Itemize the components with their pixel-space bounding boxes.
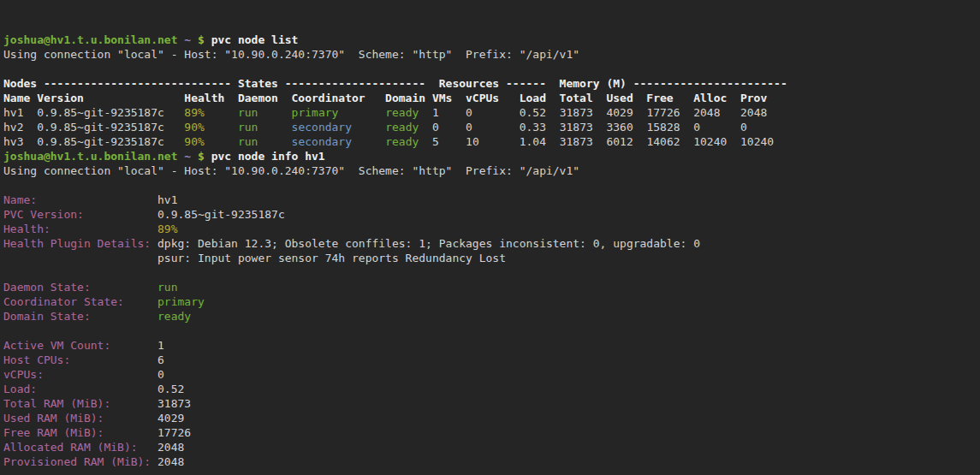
info-label: Name:: [3, 193, 37, 206]
info-value: 31873: [110, 397, 191, 410]
prompt-user-host: joshua@hv1.t.u.bonilan.net: [3, 150, 178, 163]
connection-info: Using connection "local" - Host: "10.90.…: [3, 164, 579, 177]
node-name-version: hv1 0.9.85~git-9235187c: [3, 106, 184, 119]
gap: [205, 135, 238, 148]
connection-info-line: Using connection "local" - Host: "10.90.…: [3, 163, 980, 178]
node-table-group-header: Nodes ---------------------------- State…: [3, 76, 980, 91]
node-row-hv1: hv1 0.9.85~git-9235187c 89% run primary …: [3, 105, 980, 120]
info-value: 2048: [151, 455, 184, 468]
info-label: Total RAM (MiB):: [3, 397, 110, 410]
domain-state: ready: [157, 310, 191, 323]
gap: [352, 135, 385, 148]
command-text: pvc node info hv1: [211, 150, 325, 163]
health-value: 89%: [157, 223, 177, 235]
gap: [258, 121, 291, 134]
gap: [338, 106, 385, 119]
node-name-version: hv2 0.9.85~git-9235187c: [3, 121, 184, 134]
info-line-free-ram: Free RAM (MiB): 17726: [3, 425, 980, 440]
info-line-coordinator-state: Coordinator State: primary: [3, 294, 980, 309]
connection-info: Using connection "local" - Host: "10.90.…: [3, 48, 579, 61]
info-value: 0: [44, 368, 164, 381]
node-name-version: hv3 0.9.85~git-9235187c: [3, 135, 184, 148]
prompt-cwd: ~: [178, 150, 198, 163]
coordinator-state: primary: [157, 295, 205, 308]
blank-line: [3, 265, 980, 280]
node-row-hv2: hv2 0.9.85~git-9235187c 90% run secondar…: [3, 120, 980, 134]
blank-line: [3, 178, 980, 193]
node-table-column-header: Name Version Health Daemon Coordinator D…: [3, 91, 980, 105]
gap: [124, 295, 157, 308]
gap: [205, 121, 238, 134]
info-line-active-vm-count: Active VM Count: 1: [3, 338, 980, 353]
info-value: hv1: [37, 193, 177, 206]
table-column-header-text: Name Version Health Daemon Coordinator D…: [3, 92, 767, 104]
info-label: Health Plugin Details:: [3, 237, 151, 250]
info-label: vCPUs:: [3, 368, 44, 381]
info-value: 6: [70, 353, 164, 366]
health-value: 90%: [184, 135, 204, 148]
coordinator-state: secondary: [292, 135, 352, 148]
gap: [258, 106, 291, 119]
health-value: 90%: [184, 121, 204, 134]
prompt-symbol: $: [198, 33, 211, 46]
info-value: 0.52: [37, 383, 184, 395]
gap: [91, 281, 157, 294]
info-line-daemon-state: Daemon State: run: [3, 280, 980, 294]
info-line-name: Name: hv1: [3, 193, 980, 207]
info-line-total-ram: Total RAM (MiB): 31873: [3, 396, 980, 411]
info-line-provisioned-ram: Provisioned RAM (MiB): 2048: [3, 454, 980, 469]
prompt-cwd: ~: [178, 33, 198, 46]
daemon-state: run: [238, 106, 258, 119]
info-line-vcpus: vCPUs: 0: [3, 367, 980, 382]
blank-line: [3, 62, 980, 76]
info-value: dpkg: Debian 12.3; Obsolete conffiles: 1…: [151, 237, 700, 250]
domain-state: ready: [385, 121, 419, 134]
daemon-state: run: [238, 135, 258, 148]
daemon-state: run: [238, 121, 258, 134]
prompt-user-host: joshua@hv1.t.u.bonilan.net: [3, 33, 178, 46]
info-label: Load:: [3, 383, 37, 395]
coordinator-state: secondary: [292, 121, 352, 134]
info-line-health: Health: 89%: [3, 222, 980, 236]
info-label: Daemon State:: [3, 281, 91, 294]
info-label: Health:: [3, 223, 50, 235]
resource-memory-values: 1 0 0.52 31873 4029 17726 2048 2048: [419, 106, 767, 119]
gap: [352, 121, 385, 134]
info-value: 0.9.85~git-9235187c: [84, 208, 285, 221]
prompt-line: joshua@hv1.t.u.bonilan.net ~ $ pvc node …: [3, 33, 980, 47]
table-group-header-text: Nodes ---------------------------- State…: [3, 77, 787, 90]
resource-memory-values: 0 0 0.33 31873 3360 15828 0 0: [419, 121, 747, 134]
info-line-host-cpus: Host CPUs: 6: [3, 353, 980, 367]
info-value: 2048: [138, 441, 185, 454]
connection-info-line: Using connection "local" - Host: "10.90.…: [3, 47, 980, 62]
info-value: 4029: [104, 412, 184, 425]
info-line-pvc-version: PVC Version: 0.9.85~git-9235187c: [3, 207, 980, 222]
gap: [91, 310, 157, 323]
terminal-screen: joshua@hv1.t.u.bonilan.net ~ $ pvc node …: [3, 33, 980, 475]
info-label: Coordinator State:: [3, 295, 124, 308]
info-label: PVC Version:: [3, 208, 84, 221]
domain-state: ready: [385, 106, 419, 119]
info-line-load: Load: 0.52: [3, 382, 980, 396]
node-row-hv3: hv3 0.9.85~git-9235187c 90% run secondar…: [3, 134, 980, 149]
terminal-window: joshua@hv1.t.u.bonilan.net ~ $ pvc node …: [0, 0, 980, 475]
health-value: 89%: [184, 106, 204, 119]
daemon-state: run: [157, 281, 177, 294]
prompt-line: joshua@hv1.t.u.bonilan.net ~ $ pvc node …: [3, 149, 980, 163]
gap: [205, 106, 238, 119]
info-line-domain-state: Domain State: ready: [3, 309, 980, 324]
command-text: pvc node list: [211, 33, 299, 46]
prompt-symbol: $: [198, 150, 211, 163]
info-label: Host CPUs:: [3, 353, 70, 366]
info-label: Used RAM (MiB):: [3, 412, 104, 425]
info-line-used-ram: Used RAM (MiB): 4029: [3, 411, 980, 425]
info-label: Domain State:: [3, 310, 91, 323]
info-label: Provisioned RAM (MiB):: [3, 455, 151, 468]
gap: [50, 223, 157, 235]
gap: [258, 135, 291, 148]
info-value: psur: Input power sensor 74h reports Red…: [3, 252, 506, 264]
resource-memory-values: 5 10 1.04 31873 6012 14062 10240 10240: [419, 135, 774, 148]
info-value: 17726: [104, 426, 191, 439]
info-label: Allocated RAM (MiB):: [3, 441, 138, 454]
info-line-health-plugin-details-cont: psur: Input power sensor 74h reports Red…: [3, 251, 980, 265]
